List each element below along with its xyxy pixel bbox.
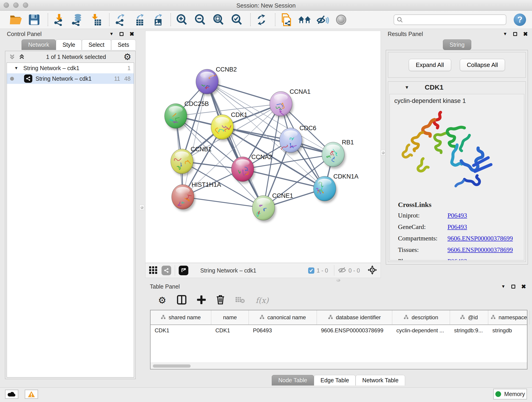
- hide-graphics-details-icon[interactable]: [316, 13, 329, 26]
- entry-expander-icon[interactable]: ▼: [405, 85, 409, 90]
- network-node-ccna2[interactable]: [231, 157, 255, 184]
- home-pair-icon[interactable]: [298, 13, 311, 26]
- expand-all-button[interactable]: Expand All: [409, 59, 451, 71]
- network-share-view-icon[interactable]: [162, 266, 171, 275]
- crosslink-link[interactable]: P06493: [447, 223, 467, 230]
- zoom-out-icon[interactable]: [193, 13, 207, 26]
- network-node-cdkn1a[interactable]: [313, 176, 337, 203]
- memory-button[interactable]: Memory: [493, 389, 527, 400]
- pan-crosshair-icon[interactable]: [367, 265, 377, 276]
- node-label: CCNA1: [290, 88, 311, 95]
- table-horizontal-scrollbar[interactable]: [151, 363, 527, 369]
- crosslinks-title: CrossLinks: [398, 201, 524, 209]
- table-header-row: shared namenamecanonical namedatabase id…: [151, 310, 527, 325]
- zoom-selected-icon[interactable]: [230, 13, 243, 26]
- zoom-in-icon[interactable]: [175, 13, 188, 26]
- panel-float-icon[interactable]: [120, 32, 123, 36]
- refresh-icon[interactable]: [255, 13, 268, 26]
- column-header[interactable]: namespace: [488, 310, 530, 325]
- delete-column-icon[interactable]: [216, 295, 225, 306]
- column-header[interactable]: canonical name: [249, 310, 317, 325]
- grid-view-icon[interactable]: [149, 265, 158, 275]
- import-database-icon[interactable]: [70, 13, 84, 26]
- tab-network[interactable]: Network: [22, 39, 56, 50]
- show-columns-icon[interactable]: [177, 295, 186, 306]
- panel-collapse-icon[interactable]: ▼: [501, 284, 505, 289]
- panel-collapse-icon[interactable]: ▼: [503, 32, 507, 36]
- export-table-icon[interactable]: [132, 13, 145, 26]
- column-header[interactable]: @id: [450, 310, 488, 325]
- table-cell[interactable]: CDK1: [211, 325, 249, 336]
- tab-node-table[interactable]: Node Table: [272, 375, 314, 385]
- column-header[interactable]: description: [392, 310, 450, 325]
- tree-expander-icon[interactable]: ▼: [14, 66, 18, 70]
- export-network-icon[interactable]: [114, 13, 127, 26]
- shared-column-icon: [404, 314, 409, 321]
- network-graph[interactable]: CCNB2CCNA1CDC25BCDK1CDC6RB1CCNB1CCNA2CDK…: [146, 31, 380, 263]
- search-input[interactable]: [405, 17, 503, 23]
- table-cell[interactable]: CDK1: [151, 325, 211, 336]
- table-row[interactable]: CDK1CDK1P064939606.ENSP00000378699cyclin…: [151, 325, 527, 336]
- network-canvas[interactable]: CCNB2CCNA1CDC25BCDK1CDC6RB1CCNB1CCNA2CDK…: [145, 31, 381, 263]
- collapse-all-button[interactable]: Collapse All: [460, 59, 505, 71]
- column-header[interactable]: shared name: [151, 310, 211, 325]
- panel-collapse-icon[interactable]: ▼: [109, 32, 114, 36]
- network-node-rb1[interactable]: [322, 142, 346, 169]
- network-node-cdc25b[interactable]: [165, 104, 188, 130]
- table-cell[interactable]: stringdb:9...: [450, 325, 488, 336]
- import-table-icon[interactable]: [89, 13, 102, 26]
- warning-icon[interactable]: [25, 390, 38, 399]
- network-edge[interactable]: [183, 82, 207, 197]
- table-cell[interactable]: stringdb: [488, 325, 530, 336]
- panel-close-icon[interactable]: ✖: [523, 31, 528, 37]
- cloud-icon[interactable]: [5, 390, 18, 399]
- gear-icon[interactable]: ⚙: [123, 52, 131, 61]
- splitter-handle-bottom[interactable]: [336, 279, 340, 282]
- selected-checkbox-icon[interactable]: [308, 268, 314, 274]
- result-entry-header[interactable]: ▼ CDK1: [388, 82, 526, 93]
- tab-network-table[interactable]: Network Table: [355, 375, 405, 385]
- expand-all-icon[interactable]: [19, 54, 25, 60]
- splitter-handle-left[interactable]: [139, 205, 144, 210]
- panel-float-icon[interactable]: [513, 32, 517, 36]
- tab-style[interactable]: Style: [56, 39, 82, 50]
- column-header[interactable]: database identifier: [317, 310, 392, 325]
- add-column-icon[interactable]: [197, 295, 206, 305]
- duplicate-network-view-icon[interactable]: [279, 13, 293, 26]
- save-icon[interactable]: [27, 13, 41, 26]
- crosslink-link[interactable]: 9606.ENSP00000378699: [447, 235, 513, 242]
- table-gear-icon[interactable]: ⚙: [158, 296, 166, 305]
- panel-close-icon[interactable]: ✖: [521, 283, 526, 290]
- table-cell[interactable]: 9606.ENSP00000378699: [317, 325, 392, 336]
- network-node-ccne1[interactable]: [252, 196, 276, 222]
- tab-sets[interactable]: Sets: [111, 39, 136, 50]
- network-edge[interactable]: [207, 82, 264, 208]
- panel-close-icon[interactable]: ✖: [129, 31, 134, 37]
- zoom-fit-icon[interactable]: [212, 13, 225, 26]
- export-image-icon[interactable]: [150, 13, 164, 26]
- table-cell[interactable]: P06493: [249, 325, 317, 336]
- crosslink-link[interactable]: P06493: [447, 212, 467, 219]
- collapse-all-icon[interactable]: [9, 54, 15, 60]
- crosslink-row: GeneCard:P06493: [398, 223, 524, 230]
- open-folder-icon[interactable]: [9, 13, 22, 26]
- column-header[interactable]: name: [211, 310, 249, 325]
- scrollbar-thumb[interactable]: [153, 364, 191, 368]
- import-network-icon[interactable]: [52, 13, 65, 26]
- network-node-ccna1[interactable]: [270, 91, 293, 118]
- network-node-cdk1[interactable]: [211, 115, 235, 141]
- tab-string[interactable]: String: [443, 39, 471, 50]
- network-collection-row[interactable]: ▼ String Network – cdk1 1: [7, 63, 134, 73]
- table-cell[interactable]: cyclin-dependent ...: [392, 325, 450, 336]
- network-row[interactable]: String Network – cdk1 11 48: [7, 73, 134, 84]
- crosslink-link[interactable]: P06493: [447, 258, 467, 260]
- detach-view-icon[interactable]: [179, 266, 188, 275]
- results-panel: Results Panel ▼ ✖ String Expand All Coll…: [384, 30, 530, 264]
- render-sphere-icon[interactable]: [335, 13, 348, 26]
- help-icon[interactable]: ?: [514, 13, 526, 26]
- panel-float-icon[interactable]: [511, 285, 515, 288]
- tab-edge-table[interactable]: Edge Table: [314, 375, 356, 385]
- network-node-ccnb2[interactable]: [196, 69, 220, 96]
- crosslink-link[interactable]: 9606.ENSP00000378699: [447, 246, 513, 254]
- tab-select[interactable]: Select: [82, 39, 111, 50]
